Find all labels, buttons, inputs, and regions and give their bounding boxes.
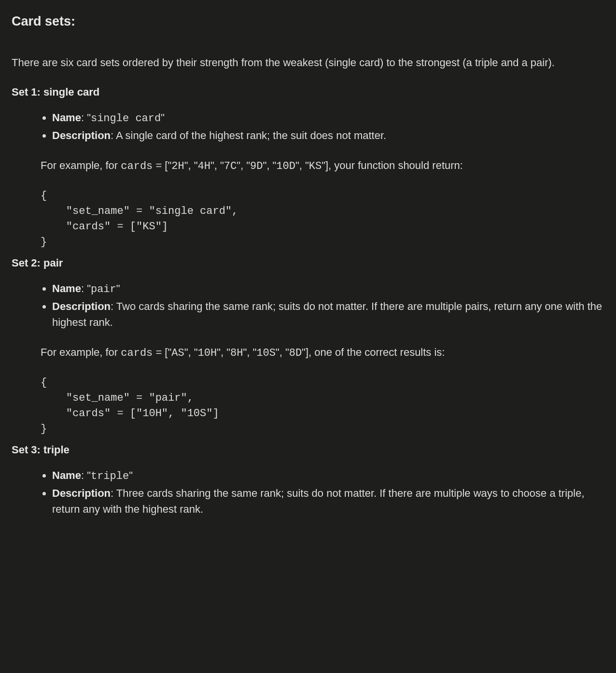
name-suffix: " (161, 112, 165, 124)
example-card-2: 7C (224, 160, 237, 172)
name-suffix: " (129, 469, 133, 481)
set-1-code-block: { "set_name" = "single card", "cards" = … (41, 188, 604, 250)
example-card-2: 8H (230, 347, 243, 359)
set-1-example-text: For example, for cards = ["2H", "4H", "7… (41, 156, 604, 176)
set-3-name-item: Name: "triple" (52, 467, 604, 484)
set-3-desc-item: Description: Three cards sharing the sam… (52, 485, 604, 517)
set-1-desc-item: Description: A single card of the highes… (52, 127, 604, 143)
set-2-list: Name: "pair" Description: Two cards shar… (12, 280, 604, 330)
name-prefix: : " (81, 282, 91, 294)
set-1-list: Name: "single card" Description: A singl… (12, 110, 604, 143)
example-var: cards (121, 347, 153, 359)
example-card-1: 4H (198, 160, 210, 172)
name-label: Name (52, 112, 81, 124)
set-2-heading: Set 2: pair (12, 255, 604, 271)
desc-text: : Three cards sharing the same rank; sui… (52, 487, 585, 515)
example-card-4: 8D (289, 347, 302, 359)
name-prefix: : " (81, 112, 91, 124)
example-card-0: 2H (171, 160, 184, 172)
set-3-list: Name: "triple" Description: Three cards … (12, 467, 604, 517)
example-card-1: 10H (198, 347, 217, 359)
name-label: Name (52, 469, 81, 481)
name-code: pair (91, 283, 116, 295)
example-card-0: AS (171, 347, 184, 359)
set-1-heading: Set 1: single card (12, 84, 604, 100)
set-2-name-item: Name: "pair" (52, 280, 604, 297)
set-3-heading: Set 3: triple (12, 442, 604, 458)
example-card-5: KS (309, 160, 322, 172)
example-eq: = [" (153, 159, 171, 171)
example-suffix: "], one of the correct results is: (302, 346, 445, 358)
set-2-code-block: { "set_name" = "pair", "cards" = ["10H",… (41, 375, 604, 437)
name-prefix: : " (81, 469, 91, 481)
set-2-example-text: For example, for cards = ["AS", "10H", "… (41, 343, 604, 363)
name-suffix: " (116, 282, 120, 294)
example-var: cards (121, 160, 153, 172)
name-code: triple (91, 470, 129, 482)
desc-label: Description (52, 300, 111, 312)
desc-text: : Two cards sharing the same rank; suits… (52, 300, 602, 328)
set-2-block: Set 2: pair Name: "pair" Description: Tw… (12, 255, 604, 437)
desc-label: Description (52, 487, 111, 499)
name-code: single card (91, 112, 161, 125)
example-prefix: For example, for (41, 159, 121, 171)
example-card-4: 10D (276, 160, 295, 172)
set-2-desc-item: Description: Two cards sharing the same … (52, 298, 604, 330)
set-1-name-item: Name: "single card" (52, 110, 604, 126)
set-1-block: Set 1: single card Name: "single card" D… (12, 84, 604, 250)
name-label: Name (52, 282, 81, 294)
example-card-3: 9D (250, 160, 263, 172)
desc-text: : A single card of the highest rank; the… (111, 129, 386, 141)
card-sets-heading: Card sets: (12, 12, 604, 31)
example-card-3: 10S (256, 347, 276, 359)
set-3-block: Set 3: triple Name: "triple" Description… (12, 442, 604, 517)
intro-paragraph: There are six card sets ordered by their… (12, 55, 604, 70)
example-prefix: For example, for (41, 346, 121, 358)
example-eq: = [" (153, 346, 171, 358)
desc-label: Description (52, 129, 111, 141)
example-suffix: "], your function should return: (322, 159, 463, 171)
